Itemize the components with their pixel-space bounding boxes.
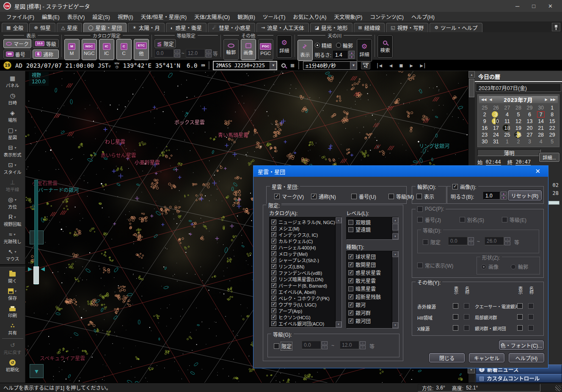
calendar-day[interactable]: 11: [501, 118, 513, 125]
toolbar-tab[interactable]: ◐ 惑星・衛星: [166, 23, 207, 32]
spin-down-icon[interactable]: ▼: [360, 345, 366, 349]
stop-button[interactable]: ■: [398, 63, 404, 69]
outline-toggle-button[interactable]: 輪郭: [223, 39, 239, 60]
spin-up-icon[interactable]: ▲: [322, 341, 328, 345]
image-group-checkbox[interactable]: 画像(I):: [451, 183, 478, 190]
milkyway-show-button[interactable]: ∿表示: [298, 40, 313, 61]
pgc-magnitude-checkbox[interactable]: 等級(E): [502, 216, 526, 223]
magnitude-min-spinner[interactable]: 0.0▲▼: [302, 341, 328, 349]
calendar-day[interactable]: 1: [546, 104, 558, 111]
calendar-day[interactable]: 22: [546, 125, 558, 132]
step-multiplier-icon[interactable]: STEP×2: [361, 62, 370, 69]
dropdown-arrow-icon[interactable]: ▼: [270, 62, 276, 69]
pgc-toggle-button[interactable]: PGCPGC: [258, 39, 273, 60]
outline-show-checkbox[interactable]: 表示: [416, 193, 434, 200]
level-list-item[interactable]: 望遠鏡: [348, 226, 392, 233]
menu-item[interactable]: 表示(V): [63, 12, 89, 22]
skip-forward-button[interactable]: ▶|: [419, 63, 428, 69]
pgc-always-show-checkbox[interactable]: 常に表示(W): [417, 262, 453, 269]
pgc-max-spinner[interactable]: 26.0▲▼: [485, 237, 510, 245]
calendar-day[interactable]: 15: [546, 118, 558, 125]
spin-down-icon[interactable]: ▼: [468, 241, 474, 245]
dialog-close-button[interactable]: 閉じる: [429, 353, 465, 362]
scroll-thumb[interactable]: [469, 79, 474, 97]
toolbar-tab[interactable]: ☀ 太陽・月: [128, 23, 165, 32]
skip-back-button[interactable]: |◀: [374, 63, 383, 69]
toolbar-tab[interactable]: ⊕ 恒星: [29, 23, 55, 32]
catalog-filter-button[interactable]: C C: [116, 39, 132, 60]
minimize-button[interactable]: ─: [515, 3, 519, 9]
alias-toggle-button[interactable]: 名通称: [33, 49, 59, 59]
day-badge[interactable]: 19: [3, 61, 11, 69]
sidebar-item-save[interactable]: ▼保存: [1, 285, 25, 303]
pgc-group-checkbox[interactable]: PGC(P):: [416, 206, 446, 212]
longitude-value[interactable]: 139°42'E: [123, 62, 152, 69]
calendar-day[interactable]: 13: [524, 118, 535, 125]
play-forward-button[interactable]: ▶: [408, 63, 414, 69]
catalog-list-item[interactable]: アープ(Arp): [271, 307, 335, 314]
menu-item[interactable]: 観測(B): [234, 12, 259, 22]
close-button[interactable]: ✕: [548, 3, 553, 9]
calendar-prev-month-button[interactable]: ◀: [489, 98, 492, 101]
type-list-item[interactable]: 銀河: [348, 301, 392, 309]
pgc-shape-image-radio[interactable]: 画像: [481, 263, 499, 270]
menu-item[interactable]: 天体/太陽系(O): [190, 12, 234, 22]
sidebar-item[interactable]: ▢▼ 星図: [1, 125, 25, 142]
mark-checkbox[interactable]: マーク(V): [274, 193, 304, 200]
catalog-list-item[interactable]: ヒクソン(HCG): [271, 314, 335, 320]
catalog-filter-button[interactable]: IC IC: [99, 39, 114, 60]
pgc-alias-checkbox[interactable]: 別名(S): [460, 216, 484, 223]
calendar-day[interactable]: 27: [524, 132, 535, 138]
calendar-day[interactable]: 30: [535, 104, 547, 111]
catalog-list-item[interactable]: メシエ(M): [271, 225, 335, 231]
calendar-day[interactable]: 28: [535, 132, 547, 138]
menu-item[interactable]: ヘルプ(H): [408, 12, 438, 22]
calendar-day[interactable]: 3: [490, 111, 502, 118]
menu-item[interactable]: 設定(S): [88, 12, 114, 22]
calendar-day[interactable]: 26: [490, 104, 502, 111]
calendar-day[interactable]: 27: [501, 104, 513, 111]
toolbar-tab[interactable]: ◱ 視野・写野: [386, 23, 428, 32]
catalog-list-item[interactable]: エイベル銀河団(ACO): [271, 320, 335, 326]
calendar-day[interactable]: 5: [513, 111, 524, 118]
catalog-list-item[interactable]: リンズ(LBN): [271, 263, 335, 269]
toolbar-tab[interactable]: ◪ 昼光・地形: [310, 23, 353, 32]
keyboard-icon[interactable]: ⌨: [201, 62, 205, 69]
spin-up-icon[interactable]: ▲: [174, 49, 180, 53]
calendar-day[interactable]: 18: [501, 125, 513, 132]
spin-down-icon[interactable]: ▼: [174, 54, 180, 58]
type-list-item[interactable]: 暗黒星雲: [348, 285, 392, 293]
scroll-up-icon[interactable]: ▲: [392, 217, 398, 223]
magnitude-max-spinner[interactable]: 12.0▲▼: [340, 341, 366, 349]
maximize-button[interactable]: □: [532, 3, 535, 9]
magnitude-checkbox[interactable]: 等級(M): [388, 193, 414, 200]
datetime-value[interactable]: 2023/07/07 21:00:00: [26, 62, 94, 69]
milkyway-detail-button[interactable]: ⚙詳細: [357, 39, 372, 62]
nebula-detail-button[interactable]: ⚙詳細: [277, 35, 292, 58]
show-checkbox[interactable]: [517, 303, 523, 309]
sidebar-item[interactable]: ↖▼ マウス: [1, 246, 25, 263]
calendar-day[interactable]: 4: [535, 138, 547, 145]
scroll-thumb[interactable]: [392, 224, 398, 230]
milkyway-brightness-spinner[interactable]: 1.4▲▼: [333, 51, 355, 59]
time-step-dropdown[interactable]: ±1分40秒/秒 ▼: [303, 61, 357, 70]
show-checkbox[interactable]: [517, 314, 523, 320]
calendar-day[interactable]: 8: [546, 111, 558, 118]
sidebar-item[interactable]: R▼ 視野回転: [1, 211, 25, 229]
calendar-day[interactable]: 23: [479, 132, 490, 138]
calendar-day[interactable]: 29: [524, 104, 535, 111]
catalog-list-item[interactable]: カルドウェル(C): [271, 238, 335, 244]
spin-down-icon[interactable]: ▼: [504, 241, 510, 245]
toolbar-tab[interactable]: ▦ 全般: [2, 23, 28, 32]
calendar-day[interactable]: 31: [490, 138, 502, 145]
calendar-day[interactable]: 26: [513, 132, 524, 138]
catalog-list-item[interactable]: メロッテ(Mel): [271, 250, 335, 257]
calendar-day[interactable]: 21: [535, 125, 547, 132]
zoom-out-button[interactable]: ▼: [30, 364, 44, 378]
sidebar-item[interactable]: ◷▼ 日時: [1, 90, 25, 107]
pgc-number-checkbox[interactable]: 番号(J): [417, 216, 441, 223]
calendar-next-month-button[interactable]: ▶: [545, 98, 548, 101]
toolbar-tab[interactable]: ⚙ ツール・ヘルプ: [430, 23, 482, 32]
spin-down-icon[interactable]: ▼: [322, 345, 328, 349]
calendar-day[interactable]: 16: [479, 125, 490, 132]
